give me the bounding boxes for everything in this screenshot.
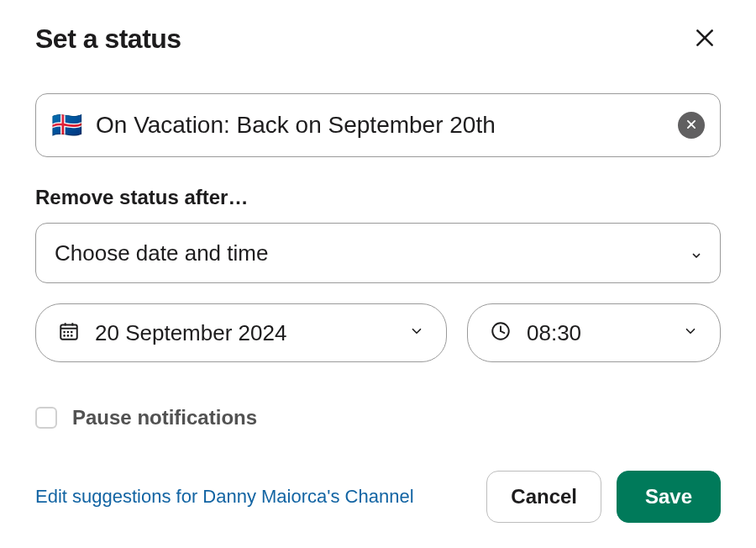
pause-notifications-row: Pause notifications [35,406,721,429]
close-button[interactable] [689,22,721,56]
chevron-down-icon [683,324,698,342]
chevron-down-icon [691,240,701,266]
svg-line-16 [501,331,504,333]
cancel-button[interactable]: Cancel [486,471,601,523]
dialog-title: Set a status [35,24,181,55]
set-status-dialog: Set a status 🇮🇸 Remove status after… Cho… [0,0,756,548]
save-button[interactable]: Save [617,471,721,523]
time-picker[interactable]: 08:30 [467,303,721,362]
status-text-input[interactable] [94,111,666,140]
remove-after-select[interactable]: Choose date and time [35,223,721,283]
status-input-row: 🇮🇸 [35,93,721,157]
dialog-footer: Edit suggestions for Danny Maiorca's Cha… [35,445,721,523]
edit-suggestions-link[interactable]: Edit suggestions for Danny Maiorca's Cha… [35,486,414,508]
clear-icon [685,119,697,133]
time-value: 08:30 [527,320,668,346]
date-value: 20 September 2024 [95,320,394,346]
pause-notifications-label[interactable]: Pause notifications [72,406,257,429]
pause-notifications-checkbox[interactable] [35,407,57,429]
close-icon [694,27,716,51]
date-picker[interactable]: 20 September 2024 [35,303,447,362]
date-time-row: 20 September 2024 08:30 [35,303,721,362]
clock-icon [490,320,512,345]
dialog-header: Set a status [35,22,721,56]
remove-after-value: Choose date and time [55,240,268,266]
calendar-icon [58,320,80,345]
remove-after-label: Remove status after… [35,186,721,209]
clear-status-button[interactable] [678,112,705,139]
status-emoji-picker[interactable]: 🇮🇸 [51,113,82,138]
chevron-down-icon [409,324,424,342]
